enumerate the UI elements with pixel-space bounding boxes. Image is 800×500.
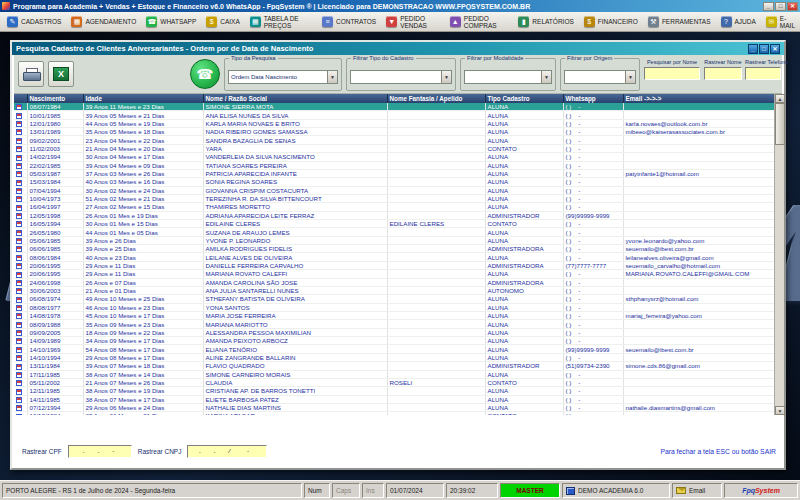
table-cell[interactable]: 30 Anos 04 Meses e 17 Dias	[83, 153, 203, 161]
table-cell[interactable]: ADMINISTRADORA	[485, 261, 563, 269]
table-cell[interactable]: 09/09/2005	[27, 328, 83, 336]
filtro-modalidade-select[interactable]: ▼	[464, 70, 552, 84]
dialog-maximize-button[interactable]: □	[759, 44, 769, 54]
table-cell[interactable]: mariaj_ferreira@yahoo.com	[623, 311, 774, 319]
table-cell[interactable]: 14/02/1994	[27, 153, 83, 161]
table-cell[interactable]: 39 Anos 06 Meses e 21 Dias	[83, 412, 203, 415]
table-cell[interactable]	[623, 136, 774, 144]
table-cell[interactable]: 54 Anos 08 Meses e 17 Dias	[83, 345, 203, 353]
table-cell[interactable]: 13/01/1989	[27, 128, 83, 136]
table-cell[interactable]	[623, 328, 774, 336]
table-cell[interactable]: ( ) -	[563, 128, 623, 136]
table-cell[interactable]: CONTATO	[485, 412, 563, 415]
menu-item-ajuda[interactable]: ?AJUDA	[716, 14, 761, 30]
whatsapp-button[interactable]: ☎	[190, 59, 220, 89]
table-cell[interactable]: ALUNA	[485, 161, 563, 169]
column-header[interactable]: Nome Fantasia / Apelido	[387, 94, 485, 103]
table-cell[interactable]: 21 Anos e 01 Dias	[83, 286, 203, 294]
table-cell[interactable]: patyinfante1@hotmail.com	[623, 169, 774, 177]
table-cell[interactable]: ADMINISTRADOR	[485, 362, 563, 370]
table-cell[interactable]: ( ) -	[563, 178, 623, 186]
table-cell[interactable]: 05/11/2002	[27, 378, 83, 386]
table-cell[interactable]	[623, 111, 774, 119]
table-cell[interactable]: ( ) -	[563, 270, 623, 278]
table-cell[interactable]: 05/06/1985	[27, 236, 83, 244]
table-cell[interactable]: ( ) -	[563, 303, 623, 311]
table-cell[interactable]: STHEFANY BATISTA DE OLIVEIRA	[203, 295, 387, 303]
table-cell[interactable]: 22/02/1985	[27, 161, 83, 169]
table-cell[interactable]: CLAUDIA	[203, 378, 387, 386]
column-header[interactable]: Nascimento	[27, 94, 83, 103]
table-cell[interactable]	[623, 178, 774, 186]
table-cell[interactable]	[623, 144, 774, 152]
table-cell[interactable]: ( ) -	[563, 403, 623, 411]
table-cell[interactable]: NATHALIE DIAS MARTINS	[203, 403, 387, 411]
table-cell[interactable]	[623, 412, 774, 415]
table-cell[interactable]: ( ) -	[563, 328, 623, 336]
table-row[interactable]: 06/08/197449 Anos 10 Meses e 25 DiasSTHE…	[14, 295, 774, 303]
table-cell[interactable]: ( ) -	[563, 153, 623, 161]
table-row[interactable]: 08/07/198439 Anos 11 Meses e 23 DiasSIMO…	[14, 103, 774, 111]
table-cell[interactable]: ( ) -	[563, 311, 623, 319]
table-row[interactable]: 17/11/198538 Anos 07 Meses e 14 DiasSIMO…	[14, 370, 774, 378]
table-cell[interactable]: ( ) -	[563, 136, 623, 144]
table-cell[interactable]: ADMINISTRADOR	[485, 211, 563, 219]
table-cell[interactable]	[387, 119, 485, 127]
table-cell[interactable]: (99)99999-9999	[563, 345, 623, 353]
table-cell[interactable]: 49 Anos 10 Meses e 25 Dias	[83, 295, 203, 303]
dialog-titlebar[interactable]: Pesquisa Cadastro de Clientes Aniversari…	[12, 42, 784, 55]
table-row[interactable]: 08/09/198835 Anos 09 Meses e 23 DiasMARI…	[14, 320, 774, 328]
table-cell[interactable]: 38 Anos 07 Meses e 17 Dias	[83, 395, 203, 403]
table-cell[interactable]: 08/07/1984	[27, 103, 83, 111]
table-cell[interactable]: 12/01/1980	[27, 119, 83, 127]
table-cell[interactable]: 16/04/1997	[27, 203, 83, 211]
pesquisar-nome-input[interactable]	[644, 67, 700, 80]
table-cell[interactable]	[387, 136, 485, 144]
table-cell[interactable]	[387, 194, 485, 202]
table-cell[interactable]: 08/06/1984	[27, 253, 83, 261]
scroll-up-icon[interactable]: ▲	[775, 94, 785, 103]
table-cell[interactable]	[387, 128, 485, 136]
table-cell[interactable]: 40 Anos 03 Meses e 16 Dias	[83, 178, 203, 186]
table-cell[interactable]: 30 Anos 02 Meses e 24 Dias	[83, 186, 203, 194]
column-header[interactable]: Email ->->->	[623, 94, 774, 103]
table-cell[interactable]: 40 Anos e 23 Dias	[83, 253, 203, 261]
table-cell[interactable]	[623, 303, 774, 311]
maximize-button[interactable]: □	[775, 2, 786, 11]
rastrear-nome-input[interactable]	[704, 67, 742, 80]
column-header[interactable]: Tipo Cadastro	[485, 94, 563, 103]
table-row[interactable]: 24/06/199826 Anos e 07 DiasAMANDA CAROLI…	[14, 278, 774, 286]
table-cell[interactable]: KARINA APAGAR	[203, 412, 387, 415]
table-cell[interactable]: 23 Anos 04 Meses e 22 Dias	[83, 136, 203, 144]
table-cell[interactable]: ( ) -	[563, 412, 623, 415]
menu-item-caixa[interactable]: $CAIXA	[201, 14, 245, 30]
table-cell[interactable]	[387, 178, 485, 186]
table-cell[interactable]: seuemailo_carvalho@hotmail.com	[623, 261, 774, 269]
table-cell[interactable]	[387, 311, 485, 319]
table-cell[interactable]: AMANDA CAROLINA SÃO JOSE	[203, 278, 387, 286]
filtro-origem-select[interactable]: ▼	[564, 70, 636, 84]
table-cell[interactable]	[387, 236, 485, 244]
menu-item-pedido-compras[interactable]: ▲PEDIDO COMPRAS	[445, 14, 514, 30]
table-cell[interactable]	[623, 278, 774, 286]
table-cell[interactable]: 08/08/1977	[27, 303, 83, 311]
menu-item-relatorios[interactable]: ▮RELATÓRIOS	[513, 14, 578, 30]
table-cell[interactable]: 29 Anos e 11 Dias	[83, 261, 203, 269]
table-cell[interactable]: 10/12/1984	[27, 412, 83, 415]
table-cell[interactable]: (99)99999-9999	[563, 211, 623, 219]
table-cell[interactable]	[623, 103, 774, 111]
table-cell[interactable]: ( ) -	[563, 395, 623, 403]
table-cell[interactable]: ALUNA	[485, 111, 563, 119]
table-cell[interactable]: 08/09/1988	[27, 320, 83, 328]
table-row[interactable]: 16/04/199727 Anos 02 Meses e 15 DiasTHAM…	[14, 203, 774, 211]
table-cell[interactable]: 44 Anos 01 Mes e 05 Dias	[83, 228, 203, 236]
scroll-down-icon[interactable]: ▼	[775, 406, 785, 415]
table-cell[interactable]: karla.novaes@outlook.com.br	[623, 119, 774, 127]
table-cell[interactable]: ALINE ZANGRANDE BALLARIN	[203, 353, 387, 361]
table-cell[interactable]: 39 Anos e 26 Dias	[83, 236, 203, 244]
table-cell[interactable]: 07/12/1994	[27, 403, 83, 411]
table-row[interactable]: 14/10/199429 Anos 08 Meses e 17 DiasALIN…	[14, 353, 774, 361]
table-row[interactable]: 14/11/198538 Anos 07 Meses e 17 DiasELIE…	[14, 395, 774, 403]
table-cell[interactable]: 14/08/1978	[27, 311, 83, 319]
table-cell[interactable]	[623, 203, 774, 211]
